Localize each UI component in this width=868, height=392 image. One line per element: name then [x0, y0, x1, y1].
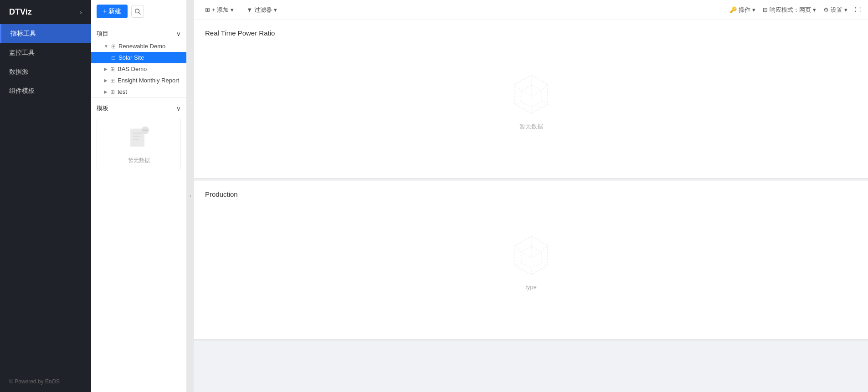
- project-collapse-icon: ∨: [176, 31, 181, 37]
- svg-line-17: [515, 102, 521, 104]
- filter-chevron-icon: ▾: [274, 6, 277, 13]
- widget-border-1: [194, 178, 868, 179]
- svg-line-21: [521, 91, 531, 97]
- filter-button[interactable]: ▼ 过滤器 ▾: [243, 4, 281, 16]
- settings-chevron-icon: ▾: [844, 6, 847, 13]
- file-icon: ⊟: [111, 55, 116, 61]
- tree-item-bas-demo[interactable]: ▶ ⊞ BAS Demo: [91, 63, 186, 75]
- widget-title-1: Real Time Power Ratio: [205, 29, 857, 37]
- svg-line-26: [541, 263, 548, 265]
- toolbar-right: 🔑 操作 ▾ ⊟ 响应模式：网页 ▾ ⚙ 设置 ▾ ⛶: [729, 6, 861, 14]
- widget-real-time-power-ratio: Real Time Power Ratio: [194, 20, 868, 179]
- sidebar-item-datasource[interactable]: 数据源: [0, 62, 91, 81]
- expand-icon-bas: ▶: [104, 66, 108, 71]
- expand-icon: ▼: [104, 44, 108, 49]
- add-button[interactable]: ⊞ + 添加 ▾: [201, 4, 237, 16]
- svg-point-7: [143, 129, 144, 131]
- panel-sidebar: + 新建 项目 ∨ ▼ ⊞ Renewable Demo ⊟ Solar Sit…: [91, 0, 187, 392]
- widget-border-2: [194, 339, 868, 341]
- expand-button[interactable]: ⛶: [855, 6, 861, 13]
- svg-line-18: [515, 84, 521, 91]
- empty-hexagon-icon-2: [508, 233, 554, 278]
- main-content: ⊞ + 添加 ▾ ▼ 过滤器 ▾ 🔑 操作 ▾ ⊟ 响应模式：网页 ▾ ⚙ 设置: [194, 0, 868, 392]
- project-section-header[interactable]: 项目 ∨: [91, 27, 186, 41]
- operation-button[interactable]: 🔑 操作 ▾: [729, 6, 755, 14]
- widget-empty-2: type: [205, 205, 857, 304]
- key-icon: 🔑: [729, 6, 737, 13]
- add-icon: ⊞: [205, 6, 210, 13]
- sidebar-item-indicators[interactable]: 指标工具: [0, 24, 91, 43]
- tree-item-ensight[interactable]: ▶ ⊞ Ensight Monthly Report: [91, 75, 186, 86]
- logo-chevron-icon: ›: [80, 9, 82, 16]
- svg-point-9: [146, 129, 147, 131]
- collapse-handle[interactable]: ‹: [187, 0, 194, 392]
- svg-rect-4: [133, 136, 140, 137]
- folder-icon-test: ⊞: [110, 89, 115, 95]
- svg-line-25: [541, 245, 548, 252]
- template-empty-text: 暂无数据: [103, 157, 175, 164]
- panel-toolbar: + 新建: [91, 0, 186, 23]
- app-logo[interactable]: DTViz ›: [0, 0, 91, 24]
- svg-line-20: [531, 91, 541, 97]
- svg-point-8: [144, 129, 146, 131]
- template-placeholder-icon: [125, 125, 153, 152]
- filter-icon: ▼: [247, 6, 252, 13]
- app-sidebar: DTViz › 指标工具 监控工具 数据源 组件模板 © Powered by …: [0, 0, 91, 392]
- svg-line-29: [515, 245, 521, 252]
- widget-title-2: Production: [205, 190, 857, 198]
- template-section-header[interactable]: 模板 ∨: [91, 102, 186, 115]
- empty-hexagon-icon-1: [508, 71, 554, 117]
- template-section: 模板 ∨ 暂无数据: [91, 97, 186, 178]
- tree-item-renewable-demo[interactable]: ▼ ⊞ Renewable Demo: [91, 41, 186, 52]
- svg-line-15: [541, 102, 548, 104]
- folder-icon: ⊞: [111, 43, 116, 50]
- main-toolbar: ⊞ + 添加 ▾ ▼ 过滤器 ▾ 🔑 操作 ▾ ⊟ 响应模式：网页 ▾ ⚙ 设置: [194, 0, 868, 20]
- search-icon: [134, 8, 141, 15]
- svg-line-1: [139, 13, 141, 15]
- screen-icon: ⊟: [763, 6, 768, 13]
- svg-rect-5: [133, 139, 139, 140]
- sidebar-footer: © Powered by EnOS: [0, 371, 91, 392]
- empty-text-2: type: [525, 284, 537, 290]
- svg-line-32: [521, 252, 531, 258]
- svg-line-14: [541, 84, 548, 91]
- tree-section: 项目 ∨ ▼ ⊞ Renewable Demo ⊟ Solar Site ▶ ⊞…: [91, 23, 186, 392]
- sidebar-item-monitor[interactable]: 监控工具: [0, 43, 91, 62]
- svg-rect-3: [133, 132, 142, 134]
- template-empty-card[interactable]: 暂无数据: [97, 119, 181, 170]
- resp-chevron-icon: ▾: [813, 6, 816, 13]
- empty-text-1: 暂无数据: [519, 122, 543, 131]
- logo-text: DTViz: [9, 7, 32, 17]
- template-collapse-icon: ∨: [176, 105, 181, 112]
- svg-line-31: [531, 252, 541, 258]
- op-chevron-icon: ▾: [752, 6, 755, 13]
- folder-icon-bas: ⊞: [110, 66, 115, 72]
- sidebar-item-component-template[interactable]: 组件模板: [0, 81, 91, 101]
- widget-empty-1: 暂无数据: [205, 44, 857, 144]
- widgets-area: Real Time Power Ratio: [194, 20, 868, 392]
- folder-icon-ensight: ⊞: [110, 77, 115, 84]
- svg-line-28: [515, 263, 521, 265]
- widget-production: Production type: [194, 181, 868, 341]
- tree-item-solar-site[interactable]: ⊟ Solar Site: [91, 52, 186, 63]
- settings-button[interactable]: ⚙ 设置 ▾: [823, 6, 847, 14]
- add-chevron-icon: ▾: [231, 6, 234, 13]
- expand-icon-test: ▶: [104, 89, 108, 94]
- expand-icon-ensight: ▶: [104, 78, 108, 83]
- tree-item-test[interactable]: ▶ ⊞ test: [91, 86, 186, 97]
- new-button[interactable]: + 新建: [97, 5, 128, 18]
- response-mode-button[interactable]: ⊟ 响应模式：网页 ▾: [763, 6, 816, 14]
- search-button[interactable]: [131, 5, 144, 18]
- gear-icon: ⚙: [823, 6, 829, 13]
